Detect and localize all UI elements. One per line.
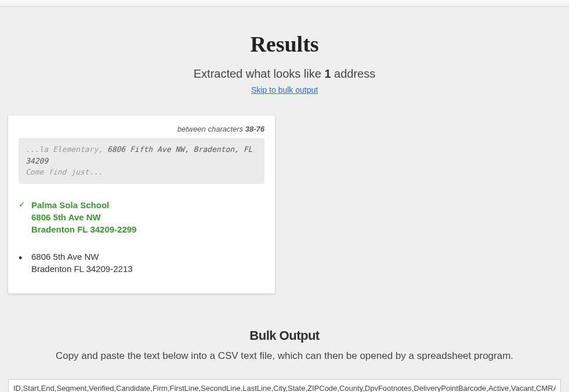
extract-pre: ...la Elementary,	[26, 145, 107, 154]
page-title: Results	[0, 31, 569, 57]
verified-citystatezip: Bradenton FL 34209-2299	[31, 223, 264, 235]
char-range: between characters 38-76	[19, 125, 264, 133]
verified-result: ✓ Palma Sola School 6806 5th Ave NW Brad…	[19, 199, 264, 235]
skip-to-bulk-link[interactable]: Skip to bulk output	[0, 85, 569, 95]
subtitle: Extracted what looks like 1 address	[0, 67, 569, 81]
top-bar	[0, 0, 569, 7]
csv-output[interactable]: ID,Start,End,Segment,Verified,Candidate,…	[8, 379, 561, 393]
alt-result: • 6806 5th Ave NW Bradenton FL 34209-221…	[19, 251, 264, 275]
csv-header-row: ID,Start,End,Segment,Verified,Candidate,…	[13, 383, 556, 393]
verified-street: 6806 5th Ave NW	[31, 211, 264, 223]
bulk-output-desc: Copy and paste the text below into a CSV…	[0, 350, 569, 362]
bulk-output-title: Bulk Output	[0, 328, 569, 343]
extract-post: Come find just...	[26, 168, 103, 176]
result-card: between characters 38-76 ...la Elementar…	[8, 115, 275, 293]
subtitle-count: 1	[324, 67, 331, 80]
subtitle-prefix: Extracted what looks like	[194, 67, 325, 80]
alt-citystatezip: Bradenton FL 34209-2213	[31, 263, 264, 275]
main-content: Results Extracted what looks like 1 addr…	[0, 31, 569, 392]
subtitle-suffix: address	[331, 67, 376, 80]
alt-street: 6806 5th Ave NW	[31, 251, 264, 263]
check-icon: ✓	[19, 199, 31, 210]
extract-snippet: ...la Elementary, 6806 Fifth Ave NW, Bra…	[19, 138, 264, 184]
alt-body: 6806 5th Ave NW Bradenton FL 34209-2213	[31, 251, 264, 275]
char-range-prefix: between characters	[177, 125, 245, 133]
char-range-value: 38-76	[245, 125, 264, 133]
verified-firm: Palma Sola School	[31, 199, 264, 211]
bullet-icon: •	[19, 251, 31, 263]
verified-body: Palma Sola School 6806 5th Ave NW Braden…	[31, 199, 264, 235]
